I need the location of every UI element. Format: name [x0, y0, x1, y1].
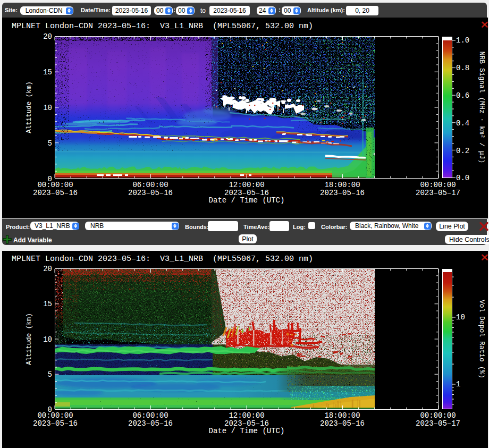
- svg-text:2023–05–16: 2023–05–16: [320, 419, 365, 428]
- svg-text:2023–05–16: 2023–05–16: [33, 419, 78, 428]
- svg-text:00:00:00: 00:00:00: [420, 181, 456, 189]
- svg-text:0.6: 0.6: [456, 91, 469, 100]
- svg-text:18:00:00: 18:00:00: [324, 181, 360, 189]
- svg-text:00:00:00: 00:00:00: [420, 411, 456, 420]
- svg-text:1: 1: [456, 380, 460, 388]
- svg-text:NRB Signal (MHz · km² / μJ): NRB Signal (MHz · km² / μJ): [478, 52, 486, 164]
- svg-text:Vol Depol Ratio (%): Vol Depol Ratio (%): [478, 300, 486, 378]
- svg-text:0.8: 0.8: [456, 64, 469, 72]
- svg-text:10: 10: [43, 335, 52, 344]
- svg-text:MPLNET London–CDN 2023–05–16:: MPLNET London–CDN 2023–05–16: V3_L1_NRB …: [12, 22, 313, 31]
- svg-text:MPLNET London–CDN 2023–05–16:: MPLNET London–CDN 2023–05–16: V3_L1_NRB …: [12, 255, 313, 264]
- svg-text:5: 5: [48, 370, 52, 379]
- svg-text:00:00:00: 00:00:00: [37, 411, 73, 420]
- svg-text:2023–05–16: 2023–05–16: [128, 419, 173, 428]
- svg-text:12:00:00: 12:00:00: [229, 181, 264, 189]
- svg-text:06:00:00: 06:00:00: [132, 181, 168, 189]
- svg-text:15: 15: [43, 300, 52, 308]
- svg-text:18:00:00: 18:00:00: [324, 411, 360, 420]
- svg-text:15: 15: [43, 68, 52, 77]
- svg-text:2023–05–17: 2023–05–17: [416, 189, 460, 197]
- svg-text:10: 10: [43, 104, 52, 112]
- svg-text:20: 20: [43, 32, 52, 41]
- svg-text:2023–05–16: 2023–05–16: [33, 189, 78, 197]
- svg-text:0.2: 0.2: [456, 147, 469, 155]
- svg-text:Altitude (km): Altitude (km): [26, 81, 33, 133]
- svg-text:Altitude (km): Altitude (km): [26, 313, 33, 365]
- svg-text:12:00:00: 12:00:00: [229, 411, 264, 420]
- svg-text:0.4: 0.4: [456, 119, 469, 128]
- svg-text:06:00:00: 06:00:00: [132, 411, 168, 420]
- svg-text:20: 20: [43, 265, 52, 273]
- svg-text:Date / Time (UTC): Date / Time (UTC): [209, 427, 285, 435]
- svg-text:Date / Time (UTC): Date / Time (UTC): [209, 196, 285, 205]
- svg-text:5: 5: [48, 139, 52, 148]
- svg-text:10: 10: [456, 313, 465, 322]
- svg-text:2023–05–17: 2023–05–17: [416, 419, 460, 428]
- svg-text:0.0: 0.0: [456, 174, 469, 182]
- svg-text:2023–05–16: 2023–05–16: [320, 189, 365, 197]
- svg-text:2023–05–16: 2023–05–16: [128, 189, 173, 197]
- svg-text:00:00:00: 00:00:00: [37, 181, 73, 189]
- svg-text:1.0: 1.0: [456, 36, 469, 45]
